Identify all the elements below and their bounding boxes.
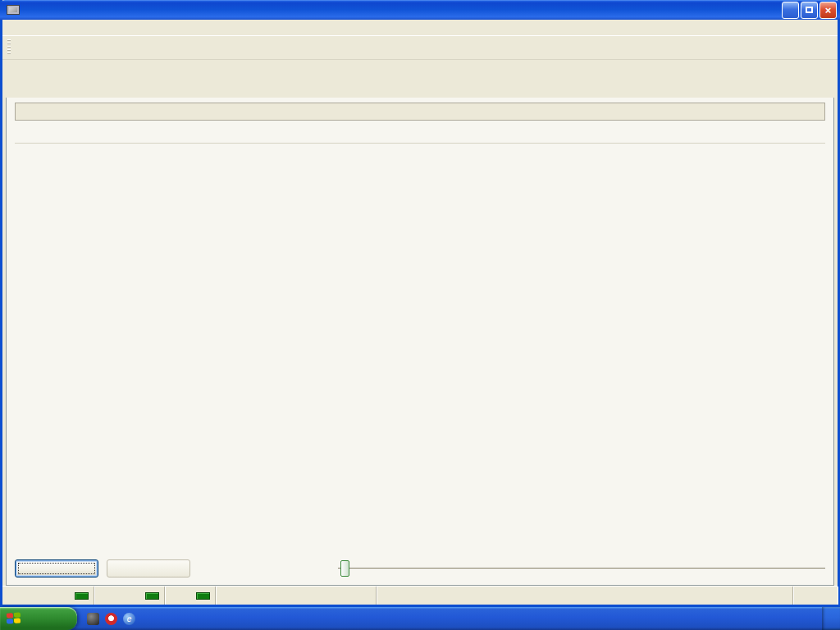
maximize-button[interactable]	[801, 2, 818, 19]
minimize-button[interactable]: _	[782, 2, 799, 19]
menu-bar	[2, 20, 838, 36]
read-button[interactable]	[15, 559, 98, 578]
tab-row-1	[2, 60, 838, 79]
port-status-led	[75, 592, 89, 600]
system-tray	[822, 607, 840, 630]
page-title	[15, 103, 825, 121]
app-chip-icon	[7, 5, 20, 15]
quick-launch: e	[77, 613, 148, 625]
stop-button[interactable]	[107, 559, 190, 578]
tab-row-2	[2, 79, 838, 98]
windows-flag-icon	[7, 612, 21, 626]
main-toolbar	[2, 36, 838, 60]
taskbar: e	[0, 607, 840, 630]
chart-toolbar	[15, 121, 825, 144]
controls-row	[15, 555, 825, 582]
quicklaunch-icon-1[interactable]	[87, 613, 99, 625]
time-scroll-slider[interactable]	[338, 559, 825, 578]
app-window: _ ×	[0, 0, 840, 607]
slider-thumb[interactable]	[340, 560, 349, 577]
interface-status-led	[145, 592, 159, 600]
graph-page	[6, 98, 834, 586]
ecu-status-led	[196, 592, 210, 600]
charts-grid	[15, 147, 825, 552]
close-button[interactable]: ×	[819, 2, 837, 19]
title-bar: _ ×	[0, 0, 840, 20]
status-bar	[2, 586, 838, 605]
start-button[interactable]	[0, 607, 77, 630]
quicklaunch-icon-2[interactable]	[105, 613, 117, 625]
website-link[interactable]	[377, 587, 793, 605]
slider-track	[338, 568, 825, 570]
quicklaunch-icon-3[interactable]: e	[123, 613, 135, 625]
toolbar-grip	[7, 39, 11, 56]
